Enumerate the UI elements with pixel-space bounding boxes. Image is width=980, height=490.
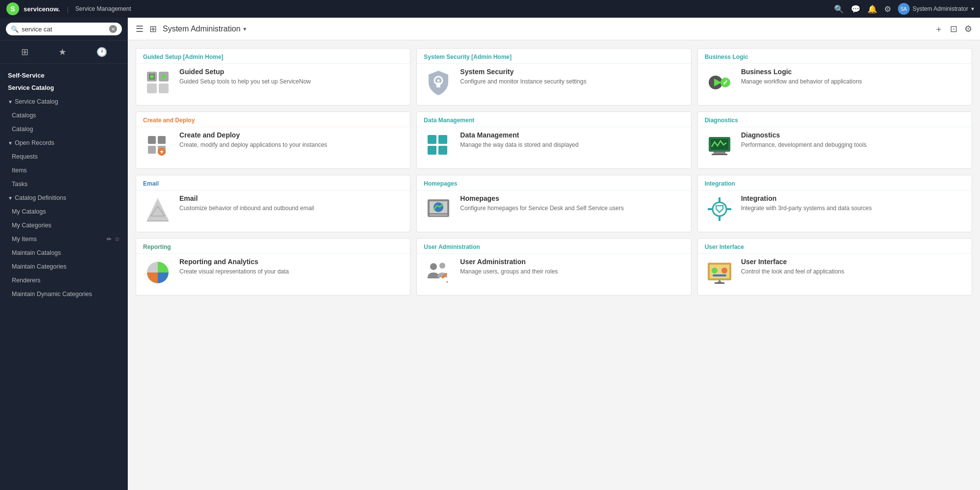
homepages-icon [424,194,453,224]
user-menu[interactable]: SA System Administrator ▾ [898,3,974,15]
card-integration-title: Integration [741,194,872,202]
email-icon [143,194,173,224]
card-user-admin[interactable]: User Administration [416,238,691,296]
grid-view-icon[interactable]: ⊞ [149,24,157,34]
card-create-deploy-body: + Create and Deploy Create, modify and d… [136,127,410,168]
svg-rect-24 [428,146,436,155]
card-system-security[interactable]: System Security [Admin Home] System Secu… [416,48,691,106]
card-diagnostics-text: Diagnostics Performance, development and… [741,131,867,149]
sidebar-item-service-catalog-main[interactable]: Service Catalog [0,81,128,95]
sidebar-icons-row: ⊞ ★ 🕐 [0,41,128,64]
card-email[interactable]: Email Email Customize behavior of [136,175,410,232]
card-create-deploy-header: Create and Deploy [136,112,410,127]
sidebar-star-icon[interactable]: ★ [57,45,68,59]
svg-rect-28 [714,152,725,154]
card-create-deploy-desc: Create, modify and deploy applications t… [179,141,327,149]
top-bar-right: 🔍 💬 🔔 ⚙ SA System Administrator ▾ [834,3,974,15]
sidebar-item-renderers[interactable]: Renderers [0,273,128,287]
sidebar-item-my-items[interactable]: My Items ✏ ☆ [0,232,128,246]
card-homepages-title: Homepages [460,194,624,202]
svg-rect-7 [147,83,157,93]
svg-rect-52 [713,274,726,276]
sidebar-item-my-categories[interactable]: My Categories [0,218,128,232]
card-homepages-header: Homepages [417,175,691,191]
sidebar-item-my-catalogs[interactable]: My Catalogs [0,205,128,218]
sidebar-home-icon[interactable]: ⊞ [19,45,30,59]
sidebar-item-catalogs[interactable]: Catalogs [0,109,128,122]
sidebar-item-maintain-categories[interactable]: Maintain Categories [0,260,128,273]
card-diagnostics[interactable]: Diagnostics Diagnostics Performan [697,111,972,169]
card-integration-text: Integration Integrate with 3rd-party sys… [741,194,872,213]
page-title-dropdown[interactable]: ▾ [243,26,246,32]
user-initials: SA [900,6,907,12]
card-user-interface-header: User Interface [698,239,972,254]
content-header: ☰ ⊞ System Administration ▾ ＋ ⊡ ⚙ [128,18,980,40]
sidebar-item-maintain-catalogs[interactable]: Maintain Catalogs [0,246,128,260]
sidebar-history-icon[interactable]: 🕐 [94,45,109,59]
business-logic-icon: ✓ [705,68,734,97]
caret-down-icon-3: ▼ [8,195,13,201]
sidebar-group-service-catalog[interactable]: ▼ Service Catalog [0,95,128,109]
card-guided-setup-desc: Guided Setup tools to help you set up Se… [179,78,311,86]
search-input[interactable] [22,26,106,33]
star-item-icon[interactable]: ☆ [115,236,120,243]
configure-icon[interactable]: ⚙ [964,24,972,34]
main-layout: 🔍 ✕ ⊞ ★ 🕐 Self-Service Service Catalog ▼… [0,18,980,490]
hamburger-icon[interactable]: ☰ [136,24,144,34]
servicenow-logo-icon: S [6,2,20,16]
card-business-logic[interactable]: Business Logic ✓ Business Logic Manage w… [697,48,972,106]
card-reporting-title: Reporting and Analytics [179,258,289,266]
sidebar-item-tasks[interactable]: Tasks [0,177,128,191]
svg-rect-37 [430,214,447,216]
card-data-management[interactable]: Data Management Data Management Manage t… [416,111,691,169]
sidebar-item-maintain-dynamic-categories[interactable]: Maintain Dynamic Categories [0,287,128,301]
card-user-interface-body: User Interface Control the look and feel… [698,254,972,295]
settings-gear-icon[interactable]: ⚙ [884,4,891,14]
add-tab-icon[interactable]: ＋ [934,23,943,35]
svg-text:S: S [10,5,15,13]
card-data-management-desc: Manage the way data is stored and displa… [460,141,578,149]
card-email-title: Email [179,194,314,202]
integration-icon [705,194,734,224]
card-guided-setup-body: Guided Setup Guided Setup tools to help … [136,64,410,105]
chat-icon[interactable]: 💬 [851,4,861,14]
sidebar-group-catalog-definitions-label: Catalog Definitions [15,194,66,201]
card-integration[interactable]: Integration Int [697,175,972,232]
card-create-deploy[interactable]: Create and Deploy + Create and [136,111,410,169]
create-deploy-icon: + [143,131,173,161]
card-create-deploy-text: Create and Deploy Create, modify and dep… [179,131,327,149]
sidebar-group-catalog-definitions[interactable]: ▼ Catalog Definitions [0,191,128,205]
svg-rect-54 [715,282,724,284]
svg-rect-8 [159,83,169,93]
sidebar-item-requests[interactable]: Requests [0,150,128,163]
sidebar-item-self-service[interactable]: Self-Service [0,68,128,81]
card-integration-body: Integration Integrate with 3rd-party sys… [698,191,972,232]
share-icon[interactable]: ⊡ [950,24,957,34]
card-reporting-header: Reporting [136,239,410,254]
card-guided-setup[interactable]: Guided Setup [Admin Home] [136,48,410,106]
header-actions: ＋ ⊡ ⚙ [934,23,972,35]
card-reporting-body: Reporting and Analytics Create visual re… [136,254,410,295]
search-icon[interactable]: 🔍 [834,4,844,14]
notification-icon[interactable]: 🔔 [867,4,877,14]
card-email-header: Email [136,175,410,191]
nav-item-action-icons: ✏ ☆ [107,236,120,243]
svg-rect-23 [438,135,447,144]
card-reporting[interactable]: Reporting Reporting and Analyt [136,238,410,296]
search-clear-button[interactable]: ✕ [109,25,117,33]
card-guided-setup-header: Guided Setup [Admin Home] [136,49,410,64]
search-input-wrapper[interactable]: 🔍 ✕ [6,23,122,35]
card-create-deploy-title: Create and Deploy [179,131,327,139]
card-integration-header: Integration [698,175,972,191]
card-integration-desc: Integrate with 3rd-party systems and dat… [741,204,872,213]
sidebar-group-open-records[interactable]: ▼ Open Records [0,136,128,150]
card-system-security-header: System Security [Admin Home] [417,49,691,64]
sidebar-item-items[interactable]: Items [0,163,128,177]
sidebar-item-catalog[interactable]: Catalog [0,122,128,136]
card-homepages[interactable]: Homepages Homepages Configure hom [416,175,691,232]
edit-icon[interactable]: ✏ [107,236,112,243]
card-user-interface[interactable]: User Interface [697,238,972,296]
card-system-security-body: System Security Configure and monitor In… [417,64,691,105]
svg-rect-22 [428,135,436,144]
card-business-logic-body: ✓ Business Logic Manage workflow and beh… [698,64,972,105]
